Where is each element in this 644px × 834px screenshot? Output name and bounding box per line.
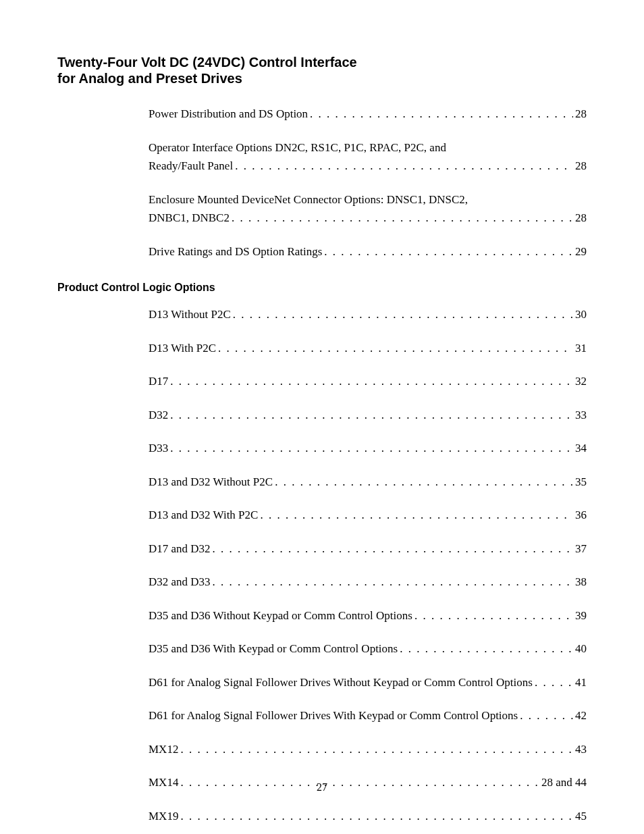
toc-entry-page: 41 [575,674,587,692]
toc-leader-dots [260,506,573,524]
toc-leader-dots [535,674,573,692]
toc-entry-page: 35 [575,473,587,491]
toc-entry-label: D35 and D36 Without Keypad or Comm Contr… [149,607,412,625]
toc-entry-label: D13 and D32 With P2C [149,506,258,524]
toc-entry[interactable]: Operator Interface Options DN2C, RS1C, P… [149,139,587,175]
toc-entry[interactable]: D33 34 [149,440,587,457]
toc-entry-label: Power Distribution and DS Option [149,105,308,123]
toc-entry[interactable]: D13 With P2C 31 [149,340,587,357]
toc-entry[interactable]: Power Distribution and DS Option 28 [149,105,587,123]
toc-entry[interactable]: Enclosure Mounted DeviceNet Connector Op… [149,191,587,227]
toc-entry-label: D32 and D33 [149,573,211,591]
toc-leader-dots [400,640,573,658]
toc-entry-label: Drive Ratings and DS Option Ratings [149,243,322,261]
toc-entry-line: D13 and D32 Without P2C 35 [149,473,587,491]
toc-leader-dots [324,243,573,261]
toc-entry-page: 31 [575,340,587,357]
toc-entry-line: D35 and D36 With Keypad or Comm Control … [149,640,587,658]
toc-entry-line: MX12 43 [149,741,587,758]
toc-entry-label: DNBC1, DNBC2 [149,209,230,227]
toc-entry[interactable]: D32 and D33 38 [149,573,587,591]
toc-entry-page: 32 [575,373,587,390]
toc-entry-label: D17 [149,373,168,390]
toc-leader-dots [235,157,573,175]
toc-entry-line: D61 for Analog Signal Follower Drives Wi… [149,707,587,725]
toc-entry-prefix: Enclosure Mounted DeviceNet Connector Op… [149,191,587,209]
toc-leader-dots [414,607,573,625]
toc-entry-page: 40 [575,640,587,658]
toc-entry-label: MX12 [149,741,178,758]
toc-leader-dots [180,808,573,825]
toc-entry[interactable]: D13 and D32 With P2C 36 [149,506,587,524]
toc-entry-label: Ready/Fault Panel [149,157,233,175]
toc-entry-page: 33 [575,407,587,424]
toc-entry-page: 36 [575,506,587,524]
toc-entry-page: 39 [575,607,587,625]
toc-entry[interactable]: Drive Ratings and DS Option Ratings 29 [149,243,587,261]
toc-entry-line: D61 for Analog Signal Follower Drives Wi… [149,674,587,692]
toc-entry[interactable]: D61 for Analog Signal Follower Drives Wi… [149,707,587,725]
toc-entry-label: D33 [149,440,168,457]
toc-entry-line: D13 With P2C 31 [149,340,587,357]
toc-entry[interactable]: D13 and D32 Without P2C 35 [149,473,587,491]
toc-leader-dots [213,573,573,591]
toc-entry-page: 28 [575,157,587,175]
toc-entry-page: 30 [575,306,587,323]
document-page: Twenty-Four Volt DC (24VDC) Control Inte… [0,0,644,834]
toc-entry-page: 38 [575,573,587,591]
toc-entry-label: D13 With P2C [149,340,216,357]
toc-entry-line: D17 32 [149,373,587,390]
toc-entry-line: D13 and D32 With P2C 36 [149,506,587,524]
toc-entry-line: D13 Without P2C 30 [149,306,587,323]
toc-entry-line: D17 and D32 37 [149,540,587,558]
toc-leader-dots [170,440,573,457]
toc-entry-line: D32 33 [149,407,587,424]
toc-entry-prefix: Operator Interface Options DN2C, RS1C, P… [149,139,587,157]
toc-entry[interactable]: D17 and D32 37 [149,540,587,558]
toc-leader-dots [310,105,573,123]
toc-leader-dots [275,473,573,491]
toc-group-1: Power Distribution and DS Option 28Opera… [149,105,587,260]
title-line-1: Twenty-Four Volt DC (24VDC) Control Inte… [57,55,357,70]
toc-entry[interactable]: D35 and D36 With Keypad or Comm Control … [149,640,587,658]
toc-entry-label: D17 and D32 [149,540,211,558]
toc-leader-dots [180,741,573,758]
toc-entry-page: 45 [575,808,587,825]
toc-leader-dots [233,306,573,323]
toc-entry-label: D32 [149,407,168,424]
page-number: 27 [0,781,644,793]
toc-entry[interactable]: D17 32 [149,373,587,390]
toc-entry-label: D61 for Analog Signal Follower Drives Wi… [149,707,518,725]
toc-entry-page: 29 [575,243,587,261]
toc-entry-line: D35 and D36 Without Keypad or Comm Contr… [149,607,587,625]
toc-entry-page: 34 [575,440,587,457]
toc-entry[interactable]: MX19 45 [149,808,587,825]
toc-entry-page: 43 [575,741,587,758]
page-title: Twenty-Four Volt DC (24VDC) Control Inte… [57,54,587,86]
toc-leader-dots [520,707,573,725]
toc-entry-line: Power Distribution and DS Option 28 [149,105,587,123]
toc-entry-line: DNBC1, DNBC2 28 [149,209,587,227]
toc-entry[interactable]: D32 33 [149,407,587,424]
toc-entry-label: D13 and D32 Without P2C [149,473,273,491]
toc-entry-page: 42 [575,707,587,725]
toc-leader-dots [170,373,573,390]
toc-entry[interactable]: MX12 43 [149,741,587,758]
toc-entry-page: 28 [575,105,587,123]
toc-group-2: D13 Without P2C 30D13 With P2C 31D17 32D… [149,306,587,825]
toc-leader-dots [218,340,573,357]
toc-entry-line: Drive Ratings and DS Option Ratings 29 [149,243,587,261]
toc-entry-line: D33 34 [149,440,587,457]
toc-entry-line: D32 and D33 38 [149,573,587,591]
toc-entry[interactable]: D13 Without P2C 30 [149,306,587,323]
toc-leader-dots [232,209,573,227]
toc-entry[interactable]: D35 and D36 Without Keypad or Comm Contr… [149,607,587,625]
toc-entry-page: 37 [575,540,587,558]
toc-entry-page: 28 [575,209,587,227]
toc-leader-dots [170,407,573,424]
toc-entry-label: D13 Without P2C [149,306,231,323]
toc-entry-line: Ready/Fault Panel 28 [149,157,587,175]
toc-entry[interactable]: D61 for Analog Signal Follower Drives Wi… [149,674,587,692]
toc-leader-dots [213,540,573,558]
toc-entry-label: D35 and D36 With Keypad or Comm Control … [149,640,398,658]
